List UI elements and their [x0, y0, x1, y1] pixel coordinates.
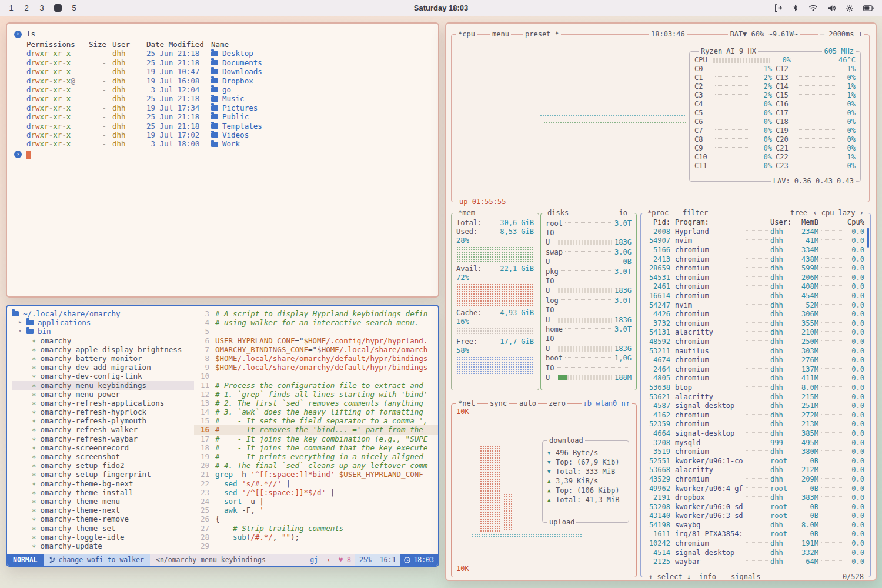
logout-icon[interactable] [774, 4, 783, 12]
process-row[interactable]: 49962kworker/u96:4-gfroot0B0.0 [647, 484, 864, 493]
tree-file[interactable]: omarchy-theme-install [12, 488, 194, 497]
zero-button[interactable]: zero [547, 399, 567, 408]
process-row[interactable]: 4674chromiumdhh276M0.0 [647, 356, 864, 365]
process-row[interactable]: 4162chromiumdhh272M0.0 [647, 410, 864, 420]
process-row[interactable]: 52551kworker/u96:1-coroot0B0.0 [647, 456, 864, 466]
process-row[interactable]: 2413chromiumdhh438M0.0 [647, 255, 864, 264]
tree-file[interactable]: omarchy-battery-monitor [12, 354, 194, 363]
process-row[interactable]: 4805chromiumdhh411M0.0 [647, 374, 864, 383]
tree-file[interactable]: omarchy-theme-bg-next [12, 479, 194, 488]
battery-icon[interactable] [863, 5, 874, 12]
volume-icon[interactable] [827, 4, 836, 12]
process-row[interactable]: 53668alacrittydhh212M0.0 [647, 466, 864, 475]
tree-root[interactable]: ~/.local/share/omarchy [12, 309, 194, 318]
proc-scrollbar[interactable] [867, 228, 869, 248]
update-interval[interactable]: ─ 2000ms + [818, 30, 864, 39]
process-row[interactable]: 43529chromiumdhh209M0.0 [647, 475, 864, 485]
process-row[interactable]: 1611irq/81-PIXA3854:root0B0.0 [647, 530, 864, 539]
workspace-2[interactable]: 2 [24, 4, 29, 12]
workspace-5[interactable]: 5 [71, 4, 77, 12]
terminal-cursor[interactable] [26, 151, 31, 159]
workspace-1[interactable]: 1 [8, 4, 14, 12]
process-row[interactable]: 2125waybardhh64M0.0 [647, 557, 864, 567]
process-row[interactable]: 3519chromiumdhh380M0.0 [647, 447, 864, 457]
cpu-tab[interactable]: *cpu [456, 30, 477, 39]
wifi-icon[interactable] [808, 4, 818, 12]
tree-file[interactable]: omarchy [12, 336, 194, 345]
proc-tab[interactable]: *proc [646, 209, 670, 218]
net-tab[interactable]: *net [456, 399, 477, 408]
tree-file[interactable]: omarchy-screenrecord [12, 443, 194, 452]
tree-file[interactable]: omarchy-screenshot [12, 452, 194, 461]
clock-icon [404, 557, 410, 563]
tree-file[interactable]: omarchy-toggle-idle [12, 533, 194, 542]
tree-file[interactable]: omarchy-refresh-plymouth [12, 416, 194, 425]
io-tab[interactable]: io [617, 209, 629, 218]
tree-toggle[interactable]: tree [789, 209, 809, 218]
process-row[interactable]: 2461chromiumdhh408M0.0 [647, 282, 864, 292]
tree-file[interactable]: omarchy-menu-power [12, 390, 194, 399]
process-row[interactable]: 53208kworker/u96:0-sdroot0B0.0 [647, 502, 864, 512]
workspace-3[interactable]: 3 [39, 4, 45, 12]
process-row[interactable]: 54531chromiumdhh206M0.0 [647, 273, 864, 283]
tree-file[interactable]: omarchy-dev-add-migration [12, 363, 194, 372]
tree-file[interactable]: omarchy-theme-remove [12, 514, 194, 523]
settings-icon[interactable] [846, 4, 854, 12]
tree-file[interactable]: omarchy-theme-next [12, 506, 194, 514]
process-row[interactable]: 2464chromiumdhh137M0.0 [647, 365, 864, 375]
code-buffer[interactable]: 3# A script to display Hyprland keybindi… [194, 306, 438, 554]
workspace-4[interactable] [54, 4, 62, 12]
process-row[interactable]: 54131alacrittydhh210M0.0 [647, 328, 864, 338]
tree-dir-applications[interactable]: ▶applications [12, 318, 194, 327]
proc-header: Pid:Program:User:MemBCpu% [647, 218, 864, 228]
tree-file[interactable]: omarchy-apple-display-brightness [12, 345, 194, 354]
process-row[interactable]: 3732chromiumdhh355M0.0 [647, 319, 864, 329]
process-row[interactable]: 28659chromiumdhh599M0.0 [647, 264, 864, 273]
auto-button[interactable]: auto [517, 399, 538, 408]
process-row[interactable]: 4426chromiumdhh306M0.0 [647, 310, 864, 319]
process-row[interactable]: 43140kworker/u96:3-sdroot0B0.0 [647, 512, 864, 521]
process-row[interactable]: 2191dropboxdhh383M0.0 [647, 493, 864, 503]
process-row[interactable]: 52359chromiumdhh213M0.0 [647, 420, 864, 429]
info-button[interactable]: info [697, 573, 718, 581]
mem-tab[interactable]: *mem [456, 209, 477, 218]
process-row[interactable]: 4664signal-desktopdhh385M0.0 [647, 429, 864, 439]
git-branch[interactable]: change-wofi-to-walker [44, 554, 150, 566]
tree-file[interactable]: omarchy-setup-fido2 [12, 461, 194, 470]
tree-file[interactable]: omarchy-refresh-walker [12, 425, 194, 434]
sync-button[interactable]: sync [488, 399, 509, 408]
filter-button[interactable]: filter [681, 209, 710, 218]
interface-selector[interactable]: ↓b wlan0 n↑ [582, 399, 632, 408]
tree-file[interactable]: omarchy-refresh-waybar [12, 435, 194, 443]
tree-file[interactable]: omarchy-setup-fingerprint [12, 470, 194, 479]
process-row[interactable]: 4514signal-desktopdhh332M0.0 [647, 548, 864, 557]
tree-file[interactable]: omarchy-update [12, 542, 194, 550]
tree-dir-bin[interactable]: ▼bin [12, 327, 194, 336]
process-row[interactable]: 16614chromiumdhh454M0.0 [647, 292, 864, 301]
process-row[interactable]: 54247nvimdhh52M0.0 [647, 300, 864, 310]
process-row[interactable]: 3208mysqld999495M0.0 [647, 438, 864, 447]
bluetooth-icon[interactable] [792, 4, 799, 12]
process-row[interactable]: 53638btopdhh8.0M0.0 [647, 383, 864, 393]
process-row[interactable]: 2008Hyprlanddhh234M0.0 [647, 228, 864, 237]
process-row[interactable]: 53211nautilusdhh303M0.0 [647, 346, 864, 356]
process-row[interactable]: 5166chromiumdhh334M0.0 [647, 246, 864, 255]
process-row[interactable]: 4587signal-desktopdhh251M0.0 [647, 402, 864, 411]
sort-selector[interactable]: ‹ cpu lazy › [811, 209, 866, 218]
disks-tab[interactable]: disks [546, 209, 570, 218]
menu-button[interactable]: menu [490, 30, 511, 39]
tree-file[interactable]: omarchy-theme-menu [12, 497, 194, 506]
process-row[interactable]: 54907nvimdhh41M0.0 [647, 236, 864, 246]
tree-file[interactable]: omarchy-refresh-applications [12, 399, 194, 407]
process-row[interactable]: 54198swaybgdhh8.0M0.0 [647, 521, 864, 530]
tree-file[interactable]: omarchy-dev-config-link [12, 372, 194, 380]
tree-file[interactable]: omarchy-refresh-hyprlock [12, 407, 194, 416]
preset-button[interactable]: preset * [523, 30, 561, 39]
select-control[interactable]: ↑ select ↓ [647, 573, 693, 581]
tree-file[interactable]: omarchy-theme-set [12, 524, 194, 533]
process-row[interactable]: 48592chromiumdhh250M0.0 [647, 338, 864, 347]
process-row[interactable]: 10242chromiumdhh191M0.0 [647, 539, 864, 549]
process-row[interactable]: 53621alacrittydhh215M0.0 [647, 392, 864, 402]
tree-file[interactable]: omarchy-menu-keybindings [12, 381, 194, 390]
signals-button[interactable]: signals [729, 573, 763, 581]
